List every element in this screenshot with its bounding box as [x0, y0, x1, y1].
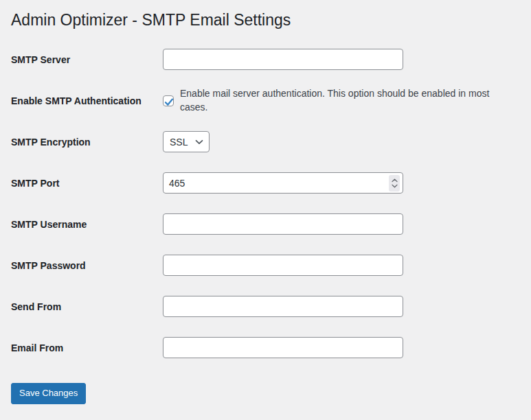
form-row-smtp-auth: Enable SMTP Authentication Enable mail s… [11, 80, 517, 121]
chevron-down-icon [392, 184, 398, 188]
chevron-down-icon [195, 139, 203, 145]
smtp-encryption-selected-value: SSL [170, 137, 188, 148]
form-row-smtp-port: SMTP Port [11, 163, 517, 204]
form-row-smtp-encryption: SMTP Encryption SSL [11, 121, 517, 163]
form-row-smtp-server: SMTP Server [11, 39, 517, 80]
save-changes-button[interactable]: Save Changes [11, 383, 86, 404]
send-from-label: Send From [11, 301, 163, 313]
smtp-port-label: SMTP Port [11, 177, 163, 189]
smtp-settings-form: SMTP Server Enable SMTP Authentication E… [11, 39, 517, 369]
form-row-email-from: Email From [11, 327, 517, 369]
smtp-auth-label: Enable SMTP Authentication [11, 95, 163, 107]
smtp-port-input[interactable] [163, 172, 403, 194]
form-row-smtp-username: SMTP Username [11, 204, 517, 245]
smtp-password-input[interactable] [163, 255, 403, 276]
submit-row: Save Changes [11, 383, 517, 404]
smtp-password-label: SMTP Password [11, 259, 163, 272]
page-title: Admin Optimizer - SMTP Email Settings [11, 0, 517, 31]
smtp-server-input[interactable] [163, 49, 403, 70]
smtp-auth-checkbox[interactable] [163, 95, 174, 106]
form-row-send-from: Send From [11, 286, 517, 327]
number-stepper[interactable] [389, 175, 400, 191]
smtp-auth-description: Enable mail server authentication. This … [180, 87, 517, 114]
smtp-username-input[interactable] [163, 213, 403, 235]
chevron-up-icon [392, 178, 398, 183]
email-from-label: Email From [11, 342, 163, 354]
email-from-input[interactable] [163, 337, 403, 358]
smtp-username-label: SMTP Username [11, 218, 163, 231]
form-row-smtp-password: SMTP Password [11, 245, 517, 286]
smtp-encryption-label: SMTP Encryption [11, 136, 163, 148]
settings-page: Admin Optimizer - SMTP Email Settings SM… [0, 0, 531, 404]
send-from-input[interactable] [163, 296, 403, 317]
smtp-encryption-select[interactable]: SSL [163, 131, 210, 152]
smtp-server-label: SMTP Server [11, 54, 163, 66]
